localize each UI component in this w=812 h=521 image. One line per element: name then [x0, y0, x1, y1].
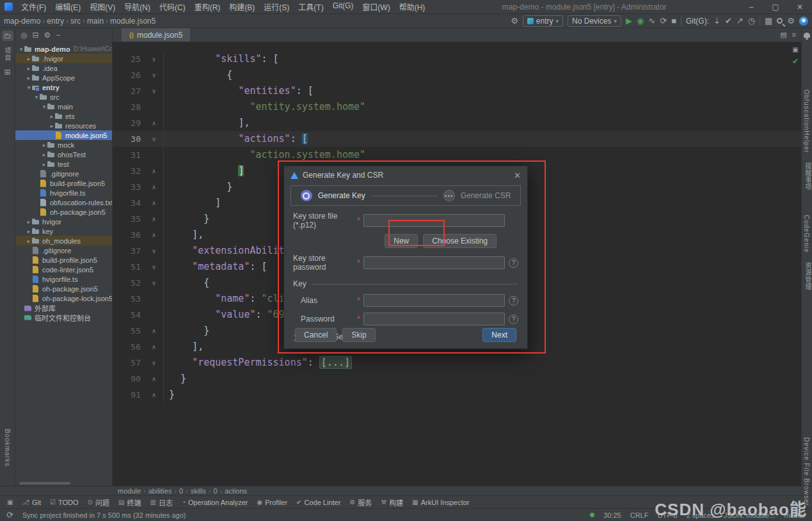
tree-collapse-icon[interactable]: ▸ — [49, 123, 55, 129]
tree-item[interactable]: ▾main — [15, 102, 112, 111]
line-number[interactable]: 27 — [113, 83, 145, 99]
git-history-icon[interactable]: ◷ — [748, 17, 755, 25]
line-number[interactable]: 55 — [113, 323, 145, 339]
line-number[interactable]: 52 — [113, 275, 145, 291]
line-number[interactable]: 28 — [113, 99, 145, 115]
toolwindow-terminal[interactable]: ▤终端 — [114, 496, 145, 508]
tree-item[interactable]: build-profile.json5 — [15, 178, 112, 188]
line-number[interactable]: 29 — [113, 115, 145, 131]
tree-expand-icon[interactable]: ▾ — [33, 94, 40, 100]
editor-line[interactable]: 91∧} — [113, 387, 801, 403]
tree-item[interactable]: hvigorfile.ts — [15, 274, 112, 284]
dialog-close-icon[interactable]: ✕ — [514, 171, 521, 180]
editor-menu-icon[interactable]: ≡ — [792, 31, 796, 39]
menu-item[interactable]: 工具(T) — [294, 0, 328, 13]
fold-up-icon[interactable]: ∧ — [145, 323, 164, 339]
device-manager-icon[interactable]: ⚙ — [511, 17, 518, 25]
menu-item[interactable]: 编辑(E) — [51, 0, 85, 13]
tree-expand-icon[interactable]: ▾ — [26, 84, 32, 91]
toolwindow-services[interactable]: ⚙服务 — [345, 496, 376, 508]
right-tool-button[interactable]: ObfuscationHelper — [803, 89, 810, 153]
editor-line[interactable]: 27∨ "entities": [ — [113, 83, 801, 99]
tree-item[interactable]: ▸mock — [15, 140, 112, 150]
editor-line[interactable]: 57∨ "requestPermissions": [...] — [113, 355, 801, 371]
editor-line[interactable]: 28 "entity.system.home" — [113, 99, 801, 115]
fold-up-icon[interactable]: ∧ — [145, 339, 164, 355]
project-tool-label[interactable]: 项目 — [3, 47, 12, 61]
git-update-icon[interactable]: ⇣ — [713, 17, 720, 25]
fold-up-icon[interactable]: ∧ — [145, 387, 164, 403]
fold-up-icon[interactable]: ∧ — [145, 179, 164, 195]
keystore-file-input[interactable] — [363, 214, 505, 227]
fold-down-icon[interactable]: ∨ — [145, 275, 164, 291]
line-number[interactable]: 33 — [113, 179, 145, 195]
editor-line[interactable]: 25∨ "skills": [ — [113, 51, 801, 67]
editor-breadcrumb-item[interactable]: actions — [225, 487, 247, 495]
encoding[interactable]: UTF-8 — [657, 511, 677, 519]
line-number[interactable]: 36 — [113, 227, 145, 243]
fold-gutter[interactable] — [145, 307, 164, 323]
line-number[interactable]: 32 — [113, 163, 145, 179]
breadcrumb-item[interactable]: entry — [47, 17, 64, 26]
alias-input[interactable] — [363, 294, 505, 307]
toolwindow-log[interactable]: ▥日志 — [145, 496, 177, 508]
tree-collapse-icon[interactable]: ▸ — [26, 228, 32, 235]
tree-item[interactable]: module.json5 — [15, 130, 112, 140]
menu-item[interactable]: 视图(V) — [85, 0, 120, 13]
fold-up-icon[interactable]: ∧ — [145, 115, 164, 131]
right-tool-button[interactable]: CodeGenie — [803, 215, 810, 253]
line-number[interactable]: 26 — [113, 67, 145, 83]
menu-item[interactable]: 窗口(W) — [358, 0, 394, 13]
tree-item[interactable]: ▸key — [15, 226, 112, 236]
cancel-button[interactable]: Cancel — [295, 328, 337, 342]
tree-item[interactable]: ▸AppScope — [15, 73, 112, 82]
editor-line[interactable]: 90∧ } — [113, 371, 801, 387]
help-icon[interactable]: ? — [509, 315, 518, 324]
fold-up-icon[interactable]: ∧ — [145, 195, 164, 211]
tool-windows-icon[interactable]: ▦ — [765, 17, 772, 25]
toolwindow-todo[interactable]: ☑TODO — [45, 496, 83, 508]
tree-item[interactable]: ▸hvigor — [15, 217, 112, 226]
close-button[interactable]: ✕ — [788, 1, 812, 13]
tree-collapse-icon[interactable]: ▸ — [26, 56, 32, 62]
editor-line[interactable]: 31 "action.system.home" — [113, 147, 801, 163]
fold-down-icon[interactable]: ∨ — [145, 243, 164, 259]
project-tool-button[interactable]: 🗀 — [2, 31, 13, 41]
fold-down-icon[interactable]: ∨ — [145, 67, 164, 83]
line-number[interactable]: 54 — [113, 307, 145, 323]
help-icon[interactable]: ? — [509, 296, 518, 306]
editor-line[interactable]: 26∨ { — [113, 67, 801, 83]
fold-up-icon[interactable]: ∧ — [145, 227, 164, 243]
line-number[interactable]: 37 — [113, 243, 145, 259]
caret-position[interactable]: 30:25 — [603, 511, 621, 519]
tree-item[interactable]: ▾map-demoD:\Huawei\Code — [15, 44, 112, 54]
editor-line[interactable]: 29∧ ], — [113, 115, 801, 131]
profiler-button[interactable]: ∿ — [648, 17, 655, 25]
fold-gutter[interactable] — [145, 99, 164, 115]
inspection-widget-icon[interactable]: ▣ — [792, 46, 798, 53]
tree-collapse-icon[interactable]: ▸ — [41, 142, 47, 148]
device-select[interactable]: No Devices ▾ — [568, 15, 621, 27]
tree-item[interactable]: code-linter.json5 — [15, 265, 112, 274]
line-number[interactable]: 51 — [113, 259, 145, 275]
menu-item[interactable]: 帮助(H) — [395, 0, 430, 13]
file-type[interactable]: JSON: module... — [724, 511, 776, 519]
notifications-bell-icon[interactable] — [804, 33, 810, 38]
inspection-ok-icon[interactable]: ✔ — [792, 57, 799, 66]
line-number[interactable]: 34 — [113, 195, 145, 211]
tree-item[interactable]: oh-package.json5 — [15, 207, 112, 217]
tree-item[interactable]: oh-package.json5 — [15, 284, 112, 293]
line-number[interactable]: 91 — [113, 387, 145, 403]
horizontal-scrollbar[interactable] — [19, 482, 70, 485]
tree-expand-icon[interactable]: ▾ — [18, 46, 24, 52]
fold-down-icon[interactable]: ∨ — [145, 259, 164, 275]
choose-existing-button[interactable]: Choose Existing — [423, 234, 497, 248]
line-number[interactable]: 25 — [113, 51, 145, 67]
menu-item[interactable]: 文件(F) — [17, 0, 51, 13]
toolwindow-build[interactable]: ⚒构建 — [376, 496, 408, 508]
git-branch[interactable]: master — [784, 511, 806, 519]
tree-item[interactable]: 临时文件和控制台 — [15, 313, 112, 322]
line-number[interactable]: 57 — [113, 355, 145, 371]
tree-item[interactable]: ▸resources — [15, 121, 112, 130]
git-commit-icon[interactable]: ✔ — [725, 17, 732, 25]
